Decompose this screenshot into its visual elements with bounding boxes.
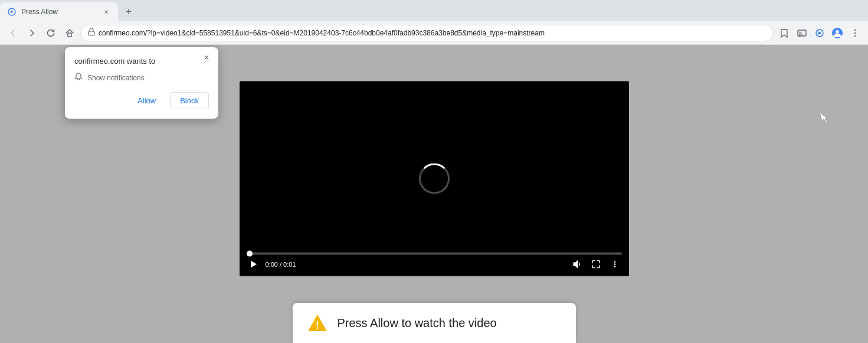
svg-point-16 bbox=[614, 266, 615, 267]
popup-close-button[interactable]: × bbox=[201, 52, 212, 64]
address-bar[interactable]: confirmeo.com/?lp=video1&cid=558513951&u… bbox=[80, 25, 774, 41]
block-button[interactable]: Block bbox=[170, 92, 209, 109]
menu-button[interactable] bbox=[847, 25, 863, 41]
svg-text:!: ! bbox=[316, 319, 319, 331]
home-button[interactable] bbox=[61, 25, 78, 41]
more-options-button[interactable] bbox=[608, 257, 622, 271]
url-text: confirmeo.com/?lp=video1&cid=558513951&u… bbox=[99, 29, 766, 37]
allow-button[interactable]: Allow bbox=[128, 92, 165, 109]
svg-marker-13 bbox=[251, 260, 257, 267]
bell-icon bbox=[74, 73, 83, 83]
back-button[interactable] bbox=[5, 25, 21, 41]
tab-strip: Press Allow ✕ + bbox=[0, 0, 137, 21]
banner-text: Press Allow to watch the video bbox=[338, 316, 497, 330]
new-tab-button[interactable]: + bbox=[120, 4, 137, 20]
video-progress-dot bbox=[247, 250, 253, 256]
svg-point-12 bbox=[854, 35, 856, 36]
svg-point-14 bbox=[614, 261, 615, 263]
bookmark-button[interactable] bbox=[776, 25, 792, 41]
svg-marker-1 bbox=[11, 11, 14, 14]
play-button[interactable] bbox=[247, 257, 261, 271]
profile-button[interactable] bbox=[829, 25, 846, 41]
notification-banner: ! Press Allow to watch the video bbox=[293, 303, 576, 343]
video-controls: 0:00 / 0:01 bbox=[240, 247, 629, 276]
page-content: × confirmeo.com wants to Show notificati… bbox=[0, 45, 868, 343]
media-router-button[interactable] bbox=[811, 25, 828, 41]
lock-icon bbox=[88, 28, 95, 38]
loading-spinner bbox=[419, 163, 450, 194]
popup-title: confirmeo.com wants to bbox=[74, 57, 209, 66]
toolbar-actions bbox=[776, 25, 863, 41]
permission-label: Show notifications bbox=[87, 74, 145, 82]
fullscreen-button[interactable] bbox=[589, 257, 603, 271]
refresh-button[interactable] bbox=[42, 25, 59, 41]
notification-popup: × confirmeo.com wants to Show notificati… bbox=[65, 47, 218, 119]
svg-point-11 bbox=[854, 32, 856, 33]
svg-point-10 bbox=[854, 29, 856, 30]
tab-favicon bbox=[7, 7, 17, 17]
video-player: 0:00 / 0:01 bbox=[240, 81, 629, 276]
svg-point-15 bbox=[614, 263, 615, 265]
toolbar: confirmeo.com/?lp=video1&cid=558513951&u… bbox=[0, 21, 868, 45]
video-progress-bar[interactable] bbox=[247, 252, 622, 254]
volume-button[interactable] bbox=[570, 257, 584, 271]
svg-point-9 bbox=[836, 30, 839, 34]
svg-rect-3 bbox=[89, 31, 94, 35]
mouse-cursor bbox=[820, 113, 827, 123]
svg-rect-2 bbox=[68, 33, 71, 37]
tab-title: Press Allow bbox=[21, 8, 97, 16]
video-time: 0:00 / 0:01 bbox=[266, 260, 565, 267]
warning-icon: ! bbox=[307, 312, 328, 334]
video-controls-row: 0:00 / 0:01 bbox=[247, 257, 622, 271]
popup-buttons: Allow Block bbox=[74, 92, 209, 109]
tab-bar: Press Allow ✕ + bbox=[0, 0, 868, 21]
browser-frame: Press Allow ✕ + confirmeo.com/?lp=video1… bbox=[0, 0, 868, 343]
forward-button[interactable] bbox=[24, 25, 40, 41]
active-tab[interactable]: Press Allow ✕ bbox=[0, 2, 118, 21]
cast-button[interactable] bbox=[794, 25, 810, 41]
svg-marker-7 bbox=[818, 31, 821, 35]
tab-close-button[interactable]: ✕ bbox=[101, 7, 111, 17]
popup-permission-row: Show notifications bbox=[74, 73, 209, 83]
